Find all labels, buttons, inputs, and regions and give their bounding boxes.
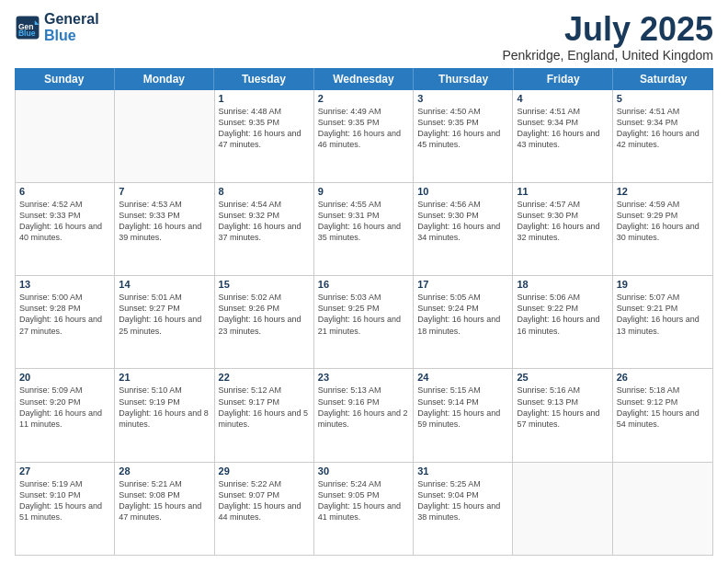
main-title: July 2025 — [502, 11, 713, 48]
header-friday: Friday — [514, 68, 614, 90]
day-number: 20 — [19, 372, 110, 383]
week-row-1: 1Sunrise: 4:48 AM Sunset: 9:35 PM Daylig… — [16, 90, 712, 183]
logo-line1: General — [44, 11, 99, 28]
day-number: 1 — [219, 93, 310, 104]
cell-info: Sunrise: 5:10 AM Sunset: 9:19 PM Dayligh… — [119, 385, 210, 430]
cell-info: Sunrise: 5:09 AM Sunset: 9:20 PM Dayligh… — [19, 385, 110, 430]
header-thursday: Thursday — [414, 68, 514, 90]
day-1: 1Sunrise: 4:48 AM Sunset: 9:35 PM Daylig… — [215, 90, 314, 182]
day-number: 27 — [19, 465, 110, 477]
day-number: 25 — [517, 372, 608, 383]
day-21: 21Sunrise: 5:10 AM Sunset: 9:19 PM Dayli… — [115, 369, 214, 461]
day-31: 31Sunrise: 5:25 AM Sunset: 9:04 PM Dayli… — [414, 463, 513, 555]
day-number: 22 — [219, 372, 310, 383]
empty-cell — [613, 463, 712, 555]
day-5: 5Sunrise: 4:51 AM Sunset: 9:34 PM Daylig… — [613, 90, 712, 182]
cell-info: Sunrise: 5:19 AM Sunset: 9:10 PM Dayligh… — [19, 478, 110, 523]
cell-info: Sunrise: 4:57 AM Sunset: 9:30 PM Dayligh… — [517, 199, 608, 244]
cell-info: Sunrise: 5:13 AM Sunset: 9:16 PM Dayligh… — [318, 385, 409, 430]
subtitle: Penkridge, England, United Kingdom — [502, 48, 713, 63]
week-row-2: 6Sunrise: 4:52 AM Sunset: 9:33 PM Daylig… — [16, 183, 712, 276]
cell-info: Sunrise: 5:15 AM Sunset: 9:14 PM Dayligh… — [417, 385, 508, 430]
day-6: 6Sunrise: 4:52 AM Sunset: 9:33 PM Daylig… — [16, 183, 115, 275]
cell-info: Sunrise: 5:05 AM Sunset: 9:24 PM Dayligh… — [417, 292, 508, 337]
cell-info: Sunrise: 4:53 AM Sunset: 9:33 PM Dayligh… — [119, 199, 210, 244]
day-30: 30Sunrise: 5:24 AM Sunset: 9:05 PM Dayli… — [314, 463, 414, 555]
day-number: 2 — [318, 93, 409, 104]
day-24: 24Sunrise: 5:15 AM Sunset: 9:14 PM Dayli… — [414, 369, 513, 461]
day-23: 23Sunrise: 5:13 AM Sunset: 9:16 PM Dayli… — [314, 369, 414, 461]
cell-info: Sunrise: 4:59 AM Sunset: 9:29 PM Dayligh… — [617, 199, 709, 244]
cell-info: Sunrise: 4:54 AM Sunset: 9:32 PM Dayligh… — [219, 199, 310, 244]
day-number: 11 — [517, 186, 608, 197]
cell-info: Sunrise: 5:18 AM Sunset: 9:12 PM Dayligh… — [617, 385, 709, 430]
logo-line2: Blue — [44, 28, 99, 44]
day-20: 20Sunrise: 5:09 AM Sunset: 9:20 PM Dayli… — [16, 369, 115, 461]
day-8: 8Sunrise: 4:54 AM Sunset: 9:32 PM Daylig… — [215, 183, 314, 275]
cell-info: Sunrise: 4:51 AM Sunset: 9:34 PM Dayligh… — [617, 106, 709, 151]
cell-info: Sunrise: 5:03 AM Sunset: 9:25 PM Dayligh… — [318, 292, 409, 337]
cell-info: Sunrise: 5:21 AM Sunset: 9:08 PM Dayligh… — [119, 478, 210, 523]
cell-info: Sunrise: 5:00 AM Sunset: 9:28 PM Dayligh… — [19, 292, 110, 337]
header-sunday: Sunday — [15, 68, 115, 90]
day-number: 8 — [219, 186, 310, 197]
day-26: 26Sunrise: 5:18 AM Sunset: 9:12 PM Dayli… — [613, 369, 712, 461]
day-number: 24 — [417, 372, 508, 383]
week-row-3: 13Sunrise: 5:00 AM Sunset: 9:28 PM Dayli… — [16, 276, 712, 369]
cell-info: Sunrise: 5:22 AM Sunset: 9:07 PM Dayligh… — [219, 478, 310, 523]
day-number: 14 — [119, 279, 210, 290]
logo-icon: Gen Blue — [15, 15, 40, 40]
week-row-5: 27Sunrise: 5:19 AM Sunset: 9:10 PM Dayli… — [16, 463, 712, 555]
cell-info: Sunrise: 4:51 AM Sunset: 9:34 PM Dayligh… — [517, 106, 608, 151]
calendar-grid: 1Sunrise: 4:48 AM Sunset: 9:35 PM Daylig… — [15, 90, 713, 556]
cell-info: Sunrise: 5:25 AM Sunset: 9:04 PM Dayligh… — [417, 478, 508, 523]
day-14: 14Sunrise: 5:01 AM Sunset: 9:27 PM Dayli… — [115, 276, 214, 368]
cell-info: Sunrise: 5:01 AM Sunset: 9:27 PM Dayligh… — [119, 292, 210, 337]
day-number: 10 — [417, 186, 508, 197]
cell-info: Sunrise: 4:50 AM Sunset: 9:35 PM Dayligh… — [417, 106, 508, 151]
cell-info: Sunrise: 4:55 AM Sunset: 9:31 PM Dayligh… — [318, 199, 409, 244]
day-number: 28 — [119, 465, 210, 477]
day-12: 12Sunrise: 4:59 AM Sunset: 9:29 PM Dayli… — [613, 183, 712, 275]
cell-info: Sunrise: 4:52 AM Sunset: 9:33 PM Dayligh… — [19, 199, 110, 244]
header-tuesday: Tuesday — [214, 68, 314, 90]
header-saturday: Saturday — [613, 68, 713, 90]
day-number: 31 — [417, 465, 508, 477]
empty-cell — [513, 463, 612, 555]
day-16: 16Sunrise: 5:03 AM Sunset: 9:25 PM Dayli… — [314, 276, 414, 368]
header-monday: Monday — [115, 68, 215, 90]
cell-info: Sunrise: 4:49 AM Sunset: 9:35 PM Dayligh… — [318, 106, 409, 151]
cell-info: Sunrise: 5:02 AM Sunset: 9:26 PM Dayligh… — [219, 292, 310, 337]
calendar: Sunday Monday Tuesday Wednesday Thursday… — [15, 68, 713, 556]
day-number: 6 — [19, 186, 110, 197]
cell-info: Sunrise: 4:56 AM Sunset: 9:30 PM Dayligh… — [417, 199, 508, 244]
week-row-4: 20Sunrise: 5:09 AM Sunset: 9:20 PM Dayli… — [16, 369, 712, 462]
cell-info: Sunrise: 5:16 AM Sunset: 9:13 PM Dayligh… — [517, 385, 608, 430]
day-number: 12 — [617, 186, 709, 197]
empty-cell — [16, 90, 115, 182]
logo: Gen Blue General Blue — [15, 11, 99, 43]
page-header: Gen Blue General Blue July 2025 Penkridg… — [15, 11, 713, 63]
cell-info: Sunrise: 5:07 AM Sunset: 9:21 PM Dayligh… — [617, 292, 709, 337]
day-number: 23 — [318, 372, 409, 383]
cell-info: Sunrise: 5:24 AM Sunset: 9:05 PM Dayligh… — [318, 478, 409, 523]
day-22: 22Sunrise: 5:12 AM Sunset: 9:17 PM Dayli… — [215, 369, 314, 461]
day-number: 9 — [318, 186, 409, 197]
calendar-header: Sunday Monday Tuesday Wednesday Thursday… — [15, 68, 713, 90]
day-17: 17Sunrise: 5:05 AM Sunset: 9:24 PM Dayli… — [414, 276, 513, 368]
day-4: 4Sunrise: 4:51 AM Sunset: 9:34 PM Daylig… — [513, 90, 612, 182]
day-number: 17 — [417, 279, 508, 290]
cell-info: Sunrise: 5:06 AM Sunset: 9:22 PM Dayligh… — [517, 292, 608, 337]
day-number: 15 — [219, 279, 310, 290]
day-10: 10Sunrise: 4:56 AM Sunset: 9:30 PM Dayli… — [414, 183, 513, 275]
day-2: 2Sunrise: 4:49 AM Sunset: 9:35 PM Daylig… — [314, 90, 414, 182]
day-number: 18 — [517, 279, 608, 290]
day-number: 5 — [617, 93, 709, 104]
day-number: 4 — [517, 93, 608, 104]
day-11: 11Sunrise: 4:57 AM Sunset: 9:30 PM Dayli… — [513, 183, 612, 275]
day-3: 3Sunrise: 4:50 AM Sunset: 9:35 PM Daylig… — [414, 90, 513, 182]
header-wednesday: Wednesday — [314, 68, 415, 90]
day-number: 26 — [617, 372, 709, 383]
day-number: 16 — [318, 279, 409, 290]
day-number: 19 — [617, 279, 709, 290]
